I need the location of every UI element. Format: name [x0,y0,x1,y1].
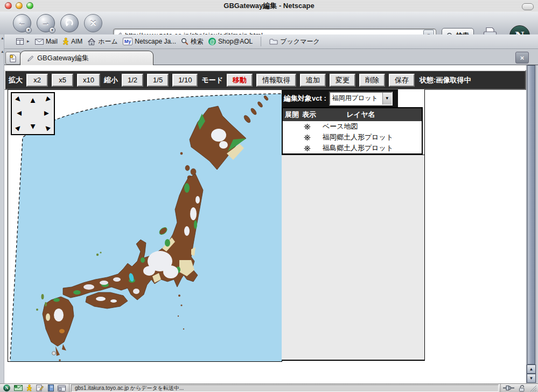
aim-man-icon[interactable] [26,384,32,391]
bookmark-item-search[interactable]: 検索 [181,37,204,46]
edit-target-row: 編集対象vct : 福岡用プロット ▼ [282,89,424,107]
vct-selected-value: 福岡用プロット [330,93,382,104]
vertical-scrollbar[interactable]: ▲ ▼ [526,65,536,383]
tab-gbgateway[interactable]: GBGateway編集 [20,51,153,65]
bookmark-item-bookmarks[interactable]: ブックマーク [269,37,319,46]
new-tab-button[interactable] [5,52,20,65]
zoom-out-label: 縮小 [104,75,118,85]
toolbar-grid-button[interactable]: ▲ [16,38,30,45]
back-history-dropdown[interactable]: ▾ [25,27,32,33]
window-grid-icon [16,38,24,45]
pan-center [26,107,40,120]
mode-label: モード [201,75,223,85]
traffic-lights [5,2,33,9]
bookmark-item-aim[interactable]: AIM [62,38,82,45]
bookmark-label: Mail [46,38,58,45]
vct-select[interactable]: 福岡用プロット ▼ [329,92,393,106]
layer-name: 福岡郷土人形プロット [323,132,393,142]
dropdown-arrow-icon: ▼ [385,96,389,101]
zoom-x2-button[interactable]: x2 [26,74,48,87]
get-info-button[interactable]: 情報取得 [256,74,296,87]
column-layer-name: レイヤ名 [316,110,422,120]
window-left-edge [0,34,4,383]
column-expand: 展開 [285,110,299,120]
composer-icon[interactable] [36,384,44,391]
status-right-icons [500,384,528,392]
map-viewport[interactable]: ▲ ▲ ▲ ▲ ▲ ▲ ▲ ▲ [8,89,282,362]
visibility-eye-icon[interactable] [303,134,311,141]
chevron-right-icon: ▲ [26,39,30,44]
save-button[interactable]: 保存 [389,74,415,87]
layer-row[interactable]: 福島郷土人形プロット [283,143,422,153]
layer-list: 展開 表示 レイヤ名 ベース地図 [282,107,423,155]
layer-name: ベース地図 [323,122,358,131]
layer-name: 福島郷土人形プロット [323,143,393,153]
bookmark-label: ホーム [98,37,118,46]
stop-button[interactable]: × [84,14,102,32]
vct-select-arrow[interactable]: ▼ [382,93,392,104]
zoom-window-button[interactable] [26,2,33,9]
toolbars-icon[interactable] [58,385,66,391]
page-icon [9,54,17,62]
toolbar-collapse-arrow-icon[interactable]: ▲ [1,50,4,53]
folder-icon [269,38,278,45]
map-pan-control[interactable]: ▲ ▲ ▲ ▲ ▲ ▲ ▲ ▲ [11,92,55,135]
back-arrow-icon: ← [18,18,27,29]
change-button[interactable]: 変更 [330,74,355,87]
connection-plug-icon [503,385,515,391]
scroll-down-icon: ▼ [529,376,534,381]
visibility-eye-icon[interactable] [303,145,311,152]
reload-icon [65,18,74,28]
bookmark-label: ブックマーク [280,37,319,46]
forward-arrow-icon: → [41,18,51,29]
mail-icon [35,39,44,45]
zoom-fifth-button[interactable]: 1/5 [147,74,169,87]
layer-row[interactable]: 福岡郷土人形プロット [283,132,422,143]
toolbar-collapse-arrow-icon[interactable]: ▲ [1,36,4,40]
resize-grip[interactable] [529,384,537,392]
edit-toolbar: 拡大 x2 x5 x10 縮小 1/2 1/5 1/10 モード 移動 情報取得… [4,70,526,90]
panel-empty-area [282,155,424,360]
minimize-window-button[interactable] [16,2,23,9]
edit-target-label: 編集対象vct : [284,94,326,103]
scroll-up-button[interactable]: ▲ [527,365,536,374]
close-window-button[interactable] [5,2,12,9]
status-message: gbs1.itakura.toyo.ac.jp からデータを転送中... [71,384,499,392]
window-right-edge [536,65,538,383]
bookmark-item-mail[interactable]: Mail [35,38,58,45]
window-titlebar: GBGateway編集 - Netscape [0,0,538,12]
reload-button[interactable] [60,14,79,32]
bookmark-item-mynetscape[interactable]: My Netscape Ja... [123,38,176,45]
close-tab-button[interactable]: × [515,52,529,64]
visibility-eye-icon[interactable] [303,123,311,130]
tab-label: GBGateway編集 [37,53,89,63]
home-icon [87,38,96,45]
bookmark-item-shop[interactable]: @ Shop@AOL [208,38,253,45]
tab-bar: GBGateway編集 × [0,49,538,65]
layer-list-header: 展開 表示 レイヤ名 [283,108,422,121]
mail-icon[interactable] [14,385,23,391]
zoom-x10-button[interactable]: x10 [77,74,100,87]
bookmark-label: AIM [71,38,82,45]
zoom-tenth-button[interactable]: 1/10 [172,74,198,87]
security-lock-open-icon[interactable] [518,384,526,392]
bookmark-item-home[interactable]: ホーム [87,37,118,46]
navigator-icon[interactable]: N [3,384,10,391]
scroll-down-button[interactable]: ▼ [527,374,536,383]
address-book-icon[interactable] [47,384,54,391]
move-mode-button[interactable]: 移動 [227,74,253,87]
forward-history-dropdown[interactable]: ▾ [49,27,55,33]
personal-toolbar: ▲ Mail AIM ホーム My Netscape Ja... 検索 [0,34,538,49]
layer-row[interactable]: ベース地図 [283,121,422,132]
scrollbar-thumb[interactable] [527,65,535,365]
bookmark-label: Shop@AOL [218,38,253,45]
layer-panel: 編集対象vct : 福岡用プロット ▼ 展開 表示 レイヤ名 [282,89,425,361]
scroll-up-icon: ▲ [529,367,534,372]
delete-button[interactable]: 削除 [359,74,385,87]
bookmark-pencil-icon [27,55,34,62]
zoom-x5-button[interactable]: x5 [52,74,73,87]
collapse-window-button[interactable] [522,3,534,10]
add-button[interactable]: 追加 [300,74,326,87]
bookmark-label: 検索 [191,37,204,46]
zoom-half-button[interactable]: 1/2 [122,74,143,87]
